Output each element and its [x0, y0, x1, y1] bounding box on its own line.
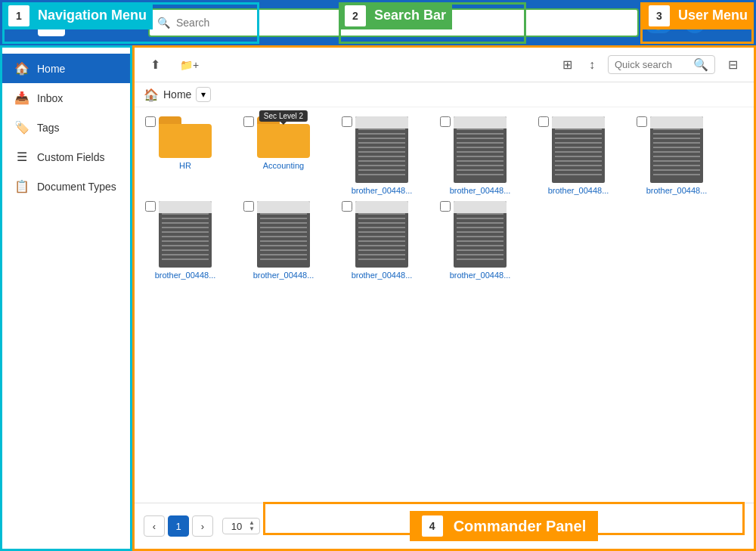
file-checkbox[interactable]: [440, 201, 451, 212]
sidebar-item-home[interactable]: 🏠 Home: [2, 54, 130, 83]
sidebar-item-custom-fields[interactable]: ☰ Custom Fields: [2, 142, 130, 172]
app-wrapper: 1 Navigation Menu 2 Search Bar 3 User Me…: [0, 0, 756, 551]
document-thumbnail: [650, 116, 703, 183]
sidebar-item-inbox[interactable]: 📥 Inbox: [2, 83, 130, 113]
document-thumbnail: [454, 201, 507, 268]
inbox-icon: 📥: [14, 91, 29, 105]
file-checkbox[interactable]: [440, 116, 451, 127]
document-thumbnail: [355, 201, 408, 268]
upload-button[interactable]: ⬆: [144, 54, 167, 76]
list-item[interactable]: brother_00448...: [242, 201, 325, 280]
panel-toggle-button[interactable]: ⊟: [721, 54, 745, 76]
document-thumbnail: [355, 116, 408, 183]
search-annotation-label: 2 Search Bar: [339, 2, 452, 29]
doc-white-top: [355, 116, 408, 128]
breadcrumb-text: Home: [163, 88, 191, 101]
sidebar-item-tags[interactable]: 🏷️ Tags: [2, 113, 130, 142]
file-name: brother_00448...: [548, 186, 609, 195]
file-checkbox[interactable]: [145, 116, 156, 127]
file-checkbox[interactable]: [637, 116, 647, 127]
folder-body: [159, 124, 212, 158]
nav-number: 1: [8, 5, 29, 26]
folder-container: Sec Level 2: [257, 116, 310, 158]
document-thumbnail: [257, 201, 310, 268]
sidebar-item-label-document-types: Document Types: [37, 181, 116, 193]
new-folder-button[interactable]: 📁+: [173, 55, 206, 75]
file-name: brother_00448...: [450, 271, 511, 280]
list-item[interactable]: brother_00448...: [438, 201, 522, 280]
sidebar-item-label-tags: Tags: [37, 122, 60, 134]
search-number: 2: [345, 5, 366, 26]
home-icon: 🏠: [14, 61, 29, 76]
commander-label-text: Commander Panel: [454, 518, 587, 535]
list-item[interactable]: brother_00448...: [635, 116, 718, 195]
file-checkbox[interactable]: [243, 201, 254, 212]
doc-white-top: [650, 116, 703, 128]
file-row-1: HR Sec Level 2 Accounting: [144, 116, 745, 195]
toolbar: ⬆ 📁+ ⊞ ↕ 🔍 ⊟: [135, 48, 754, 82]
list-item[interactable]: brother_00448...: [144, 201, 227, 280]
file-row-2: brother_00448... brother_00448...: [144, 201, 745, 280]
document-thumbnail: [552, 116, 605, 183]
custom-fields-icon: ☰: [14, 150, 29, 164]
page-size-value: 10: [228, 521, 246, 532]
content-area: ⬆ 📁+ ⊞ ↕ 🔍 ⊟ 🏠 Home ▾: [132, 45, 756, 551]
pagination: ‹ 1 › 10 ▲ ▼ 4 Commander Panel: [135, 503, 754, 549]
breadcrumb-dropdown-button[interactable]: ▾: [196, 87, 211, 102]
quick-search-wrapper: 🔍: [608, 55, 715, 74]
commander-panel-area: 4 Commander Panel: [263, 511, 745, 541]
list-item[interactable]: brother_00448...: [340, 116, 423, 195]
file-checkbox[interactable]: [342, 201, 352, 212]
doc-white-top: [454, 116, 507, 128]
quick-search-input[interactable]: [615, 59, 690, 70]
sort-button[interactable]: ↕: [582, 54, 602, 76]
sec-level-badge: Sec Level 2: [259, 110, 308, 122]
file-name: brother_00448...: [450, 186, 511, 195]
folder-icon: [159, 116, 212, 158]
page-size-down-arrow[interactable]: ▼: [249, 526, 255, 532]
filter-button[interactable]: ⊞: [556, 54, 579, 76]
breadcrumb-home-icon[interactable]: 🏠: [144, 88, 159, 102]
file-checkbox[interactable]: [243, 116, 254, 127]
document-types-icon: 📋: [14, 179, 29, 193]
user-annotation-label: 3 User Menu: [643, 2, 754, 29]
list-item[interactable]: brother_00448...: [537, 116, 620, 195]
page-size-arrows: ▲ ▼: [249, 520, 255, 532]
doc-white-top: [159, 201, 212, 213]
file-name: brother_00448...: [253, 271, 314, 280]
file-name: brother_00448...: [646, 186, 708, 195]
file-checkbox[interactable]: [145, 201, 156, 212]
main-area: 🏠 Home 📥 Inbox 🏷️ Tags ☰ Custom Fields 📋…: [0, 45, 756, 551]
nav-annotation-label: 1 Navigation Menu: [2, 2, 153, 29]
file-checkbox[interactable]: [538, 116, 549, 127]
file-name: brother_00448...: [155, 271, 216, 280]
file-checkbox[interactable]: [342, 116, 352, 127]
doc-white-top: [552, 116, 605, 128]
list-item[interactable]: HR: [144, 116, 227, 195]
commander-annotation-label: 4 Commander Panel: [410, 511, 599, 541]
list-item[interactable]: brother_00448...: [340, 201, 423, 280]
sidebar-item-document-types[interactable]: 📋 Document Types: [2, 172, 130, 201]
file-name: brother_00448...: [352, 186, 413, 195]
sidebar: 🏠 Home 📥 Inbox 🏷️ Tags ☰ Custom Fields 📋…: [0, 45, 132, 551]
doc-white-top: [355, 201, 408, 213]
doc-white-top: [454, 201, 507, 213]
tags-icon: 🏷️: [14, 120, 29, 135]
file-name: brother_00448...: [352, 271, 413, 280]
user-number: 3: [649, 5, 670, 26]
file-name: HR: [179, 161, 191, 170]
next-page-button[interactable]: ›: [192, 515, 213, 537]
file-grid: HR Sec Level 2 Accounting: [135, 107, 754, 503]
document-thumbnail: [159, 201, 212, 268]
sidebar-item-label-custom-fields: Custom Fields: [37, 151, 104, 163]
sidebar-item-label-home: Home: [37, 63, 65, 75]
list-item[interactable]: Sec Level 2 Accounting: [242, 116, 325, 195]
sidebar-item-label-inbox: Inbox: [37, 92, 63, 104]
breadcrumb: 🏠 Home ▾: [135, 82, 754, 107]
prev-page-button[interactable]: ‹: [144, 515, 165, 537]
quick-search-icon: 🔍: [693, 57, 708, 72]
search-icon: 🔍: [157, 17, 170, 29]
current-page-button[interactable]: 1: [168, 515, 189, 537]
list-item[interactable]: brother_00448...: [438, 116, 522, 195]
file-name: Accounting: [263, 161, 304, 170]
